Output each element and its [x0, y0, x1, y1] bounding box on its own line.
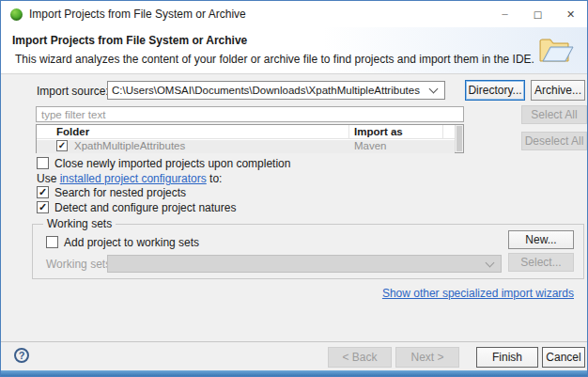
window-bottom-edge [1, 370, 587, 376]
maximize-icon[interactable]: □ [521, 1, 554, 27]
cancel-button[interactable]: Cancel [542, 347, 585, 368]
project-natures-label: Detect and configure project natures [54, 201, 236, 214]
wizard-header: Import Projects from File System or Arch… [1, 27, 587, 74]
table-header[interactable]: Folder Import as [37, 125, 455, 139]
import-source-input[interactable] [108, 82, 426, 99]
directory-button[interactable]: Directory... [465, 80, 525, 101]
page-title: Import Projects from File System or Arch… [12, 34, 247, 47]
column-import-as[interactable]: Import as [354, 126, 403, 137]
configurators-link[interactable]: installed project configurators [60, 172, 207, 185]
titlebar[interactable]: Import Projects from File System or Arch… [1, 1, 587, 27]
back-button[interactable]: < Back [328, 347, 392, 368]
working-sets-title: Working sets [43, 217, 116, 230]
add-working-sets-label: Add project to working sets [64, 236, 199, 249]
column-folder[interactable]: Folder [56, 126, 89, 137]
footer-separator [1, 341, 587, 342]
configurators-line: Use installed project configurators to: [37, 172, 222, 185]
import-source-label: Import source: [37, 85, 109, 98]
nested-projects-label: Search for nested projects [54, 186, 186, 199]
row-import-as: Maven [354, 140, 387, 151]
project-natures-checkbox[interactable]: ✓ [37, 201, 49, 213]
nested-projects-checkbox[interactable]: ✓ [37, 186, 49, 198]
chevron-down-icon [486, 258, 495, 267]
next-button[interactable]: Next > [395, 347, 459, 368]
filter-input[interactable] [37, 107, 463, 121]
close-imported-label: Close newly imported projects upon compl… [54, 157, 290, 170]
import-wizard-dialog: Import Projects from File System or Arch… [0, 0, 588, 377]
select-all-button[interactable]: Select All [521, 105, 587, 124]
help-button[interactable]: ? [14, 348, 29, 363]
import-folder-icon [535, 31, 575, 70]
finish-button[interactable]: Finish [476, 347, 538, 368]
working-sets-input [108, 256, 483, 272]
window-controls: ─ □ ✕ [488, 1, 587, 27]
other-wizards-link[interactable]: Show other specialized import wizards [382, 287, 574, 300]
import-source-combo[interactable] [107, 81, 445, 100]
eclipse-wizard-icon [10, 8, 23, 21]
deselect-all-button[interactable]: Deselect All [521, 132, 587, 150]
minimize-icon[interactable]: ─ [488, 1, 521, 27]
archive-button[interactable]: Archive... [531, 80, 585, 101]
projects-table: Folder Import as ✓ XpathMultipleAttribut… [36, 124, 464, 153]
chevron-down-icon[interactable] [429, 85, 439, 94]
select-working-set-button[interactable]: Select... [508, 253, 574, 272]
row-folder-name: XpathMultipleAttributes [74, 140, 185, 151]
table-scrollbar[interactable] [455, 125, 463, 152]
window-title: Import Projects from File System or Arch… [29, 1, 246, 27]
table-row[interactable]: ✓ XpathMultipleAttributes Maven [37, 140, 455, 153]
working-sets-label: Working sets: [46, 258, 114, 271]
page-description: This wizard analyzes the content of your… [15, 53, 534, 66]
working-sets-combo[interactable] [107, 255, 502, 273]
close-imported-checkbox[interactable] [37, 157, 49, 169]
new-working-set-button[interactable]: New... [508, 230, 574, 249]
add-working-sets-checkbox[interactable] [46, 236, 58, 248]
row-checkbox[interactable]: ✓ [56, 140, 68, 151]
filter-field[interactable] [36, 106, 464, 122]
close-icon[interactable]: ✕ [554, 1, 587, 27]
